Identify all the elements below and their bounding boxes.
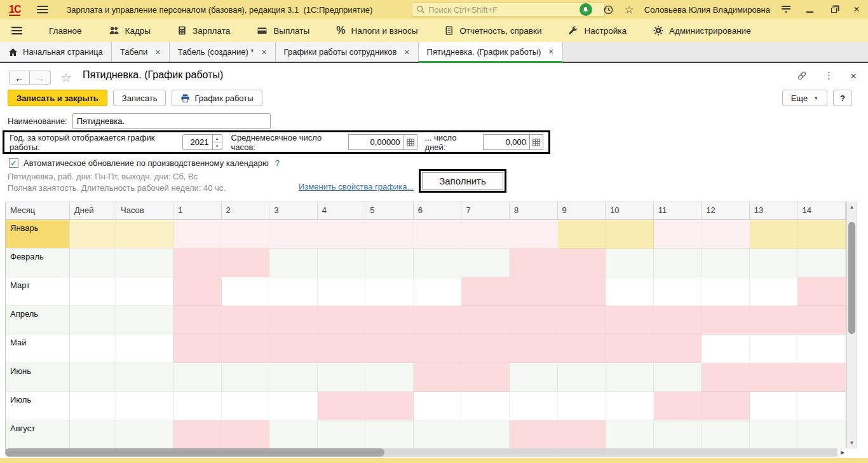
day-cell[interactable] xyxy=(558,249,606,277)
day-cell[interactable] xyxy=(269,249,318,277)
day-cell[interactable] xyxy=(318,277,366,306)
day-cell[interactable] xyxy=(173,249,222,277)
day-cell[interactable] xyxy=(510,306,558,335)
service-menu-icon[interactable]: ▼ xyxy=(782,6,790,13)
day-cell[interactable] xyxy=(558,220,606,249)
day-cell[interactable] xyxy=(606,363,654,392)
day-cell[interactable] xyxy=(558,420,606,449)
day-cell[interactable] xyxy=(269,220,318,249)
menubar-item-nastroika[interactable]: Настройка xyxy=(568,25,626,36)
tab-close-icon[interactable]: × xyxy=(404,48,409,57)
day-cell[interactable] xyxy=(222,335,270,363)
day-cell[interactable] xyxy=(269,392,318,420)
day-cell[interactable] xyxy=(654,277,702,306)
day-cell[interactable] xyxy=(702,363,750,392)
vertical-scroll-thumb[interactable] xyxy=(848,222,855,334)
day-cell[interactable] xyxy=(654,392,702,420)
menubar-item-administrirovanie[interactable]: Администрирование xyxy=(653,25,751,36)
day-cell[interactable] xyxy=(173,392,222,420)
day-cell[interactable] xyxy=(797,249,846,277)
day-cell[interactable] xyxy=(558,392,606,420)
days-cell[interactable] xyxy=(70,306,116,335)
days-cell[interactable] xyxy=(70,220,116,249)
day-cell[interactable] xyxy=(414,392,462,420)
avg-hours-input[interactable] xyxy=(348,134,404,150)
day-cell[interactable] xyxy=(461,277,510,306)
search-input[interactable] xyxy=(428,5,600,15)
menubar-item-vyplaty[interactable]: Выплаты xyxy=(257,25,309,36)
day-cell[interactable] xyxy=(414,335,462,363)
day-cell[interactable] xyxy=(750,220,798,249)
day-cell[interactable] xyxy=(318,220,366,249)
notifications-button[interactable] xyxy=(580,3,592,16)
day-cell[interactable] xyxy=(654,363,702,392)
day-cell[interactable] xyxy=(365,392,414,420)
spin-down-icon[interactable]: ▼ xyxy=(213,142,222,149)
day-cell[interactable] xyxy=(510,363,558,392)
day-cell[interactable] xyxy=(222,220,270,249)
more-button[interactable]: Еще▼ xyxy=(782,90,827,106)
day-cell[interactable] xyxy=(797,277,846,306)
day-cell[interactable] xyxy=(269,363,318,392)
day-cell[interactable] xyxy=(510,249,558,277)
day-cell[interactable] xyxy=(702,220,750,249)
month-cell[interactable]: Апрель xyxy=(6,306,70,335)
day-cell[interactable] xyxy=(222,249,270,277)
hours-cell[interactable] xyxy=(116,277,173,306)
day-cell[interactable] xyxy=(414,277,462,306)
tab-tabeli[interactable]: Табели× xyxy=(112,42,170,62)
day-cell[interactable] xyxy=(797,306,846,335)
hamburger-icon[interactable] xyxy=(37,6,48,13)
day-cell[interactable] xyxy=(269,277,318,306)
name-input[interactable] xyxy=(72,113,271,129)
day-cell[interactable] xyxy=(654,335,702,363)
day-cell[interactable] xyxy=(173,363,222,392)
day-cell[interactable] xyxy=(606,249,654,277)
tab-pyatidnevka-grafik-raboty[interactable]: Пятидневка. (График работы)× xyxy=(419,42,563,63)
favorites-icon[interactable]: ☆ xyxy=(625,4,634,15)
day-cell[interactable] xyxy=(606,420,654,449)
day-cell[interactable] xyxy=(654,306,702,335)
horizontal-scrollbar[interactable]: ▶ xyxy=(5,448,846,457)
day-cell[interactable] xyxy=(750,277,798,306)
day-cell[interactable] xyxy=(606,277,654,306)
spin-up-icon[interactable]: ▲ xyxy=(213,135,222,142)
tab-tabel-sozdanie[interactable]: Табель (создание) *× xyxy=(170,42,276,62)
day-cell[interactable] xyxy=(510,392,558,420)
day-cell[interactable] xyxy=(510,420,558,449)
day-cell[interactable] xyxy=(318,420,366,449)
avg-days-calc-button[interactable] xyxy=(530,134,543,150)
day-cell[interactable] xyxy=(797,220,846,249)
day-cell[interactable] xyxy=(269,306,318,335)
auto-update-hint[interactable]: ? xyxy=(275,158,280,168)
day-cell[interactable] xyxy=(318,363,366,392)
month-cell[interactable]: Февраль xyxy=(6,249,70,277)
day-cell[interactable] xyxy=(365,277,414,306)
day-cell[interactable] xyxy=(461,306,510,335)
day-cell[interactable] xyxy=(606,220,654,249)
day-cell[interactable] xyxy=(606,335,654,363)
menubar-item-functions-menu[interactable] xyxy=(11,26,22,35)
day-cell[interactable] xyxy=(222,420,270,449)
day-cell[interactable] xyxy=(510,220,558,249)
day-cell[interactable] xyxy=(750,335,798,363)
day-cell[interactable] xyxy=(318,392,366,420)
day-cell[interactable] xyxy=(414,420,462,449)
back-button[interactable]: ← xyxy=(9,71,30,85)
day-cell[interactable] xyxy=(318,249,366,277)
day-cell[interactable] xyxy=(510,335,558,363)
month-cell[interactable]: Июнь xyxy=(6,363,70,392)
avg-hours-calc-button[interactable] xyxy=(404,134,417,150)
day-cell[interactable] xyxy=(222,277,270,306)
day-cell[interactable] xyxy=(654,249,702,277)
month-cell[interactable]: Март xyxy=(6,277,70,306)
year-input[interactable] xyxy=(182,134,213,150)
menubar-item-zarplata[interactable]: Зарплата xyxy=(177,25,230,36)
month-cell[interactable]: Июль xyxy=(6,392,70,420)
horizontal-scroll-thumb[interactable] xyxy=(5,448,384,457)
scroll-up-icon[interactable]: ▲ xyxy=(847,202,857,212)
day-cell[interactable] xyxy=(365,220,414,249)
day-cell[interactable] xyxy=(797,420,846,449)
days-cell[interactable] xyxy=(70,420,116,449)
save-and-close-button[interactable]: Записать и закрыть xyxy=(8,90,107,106)
